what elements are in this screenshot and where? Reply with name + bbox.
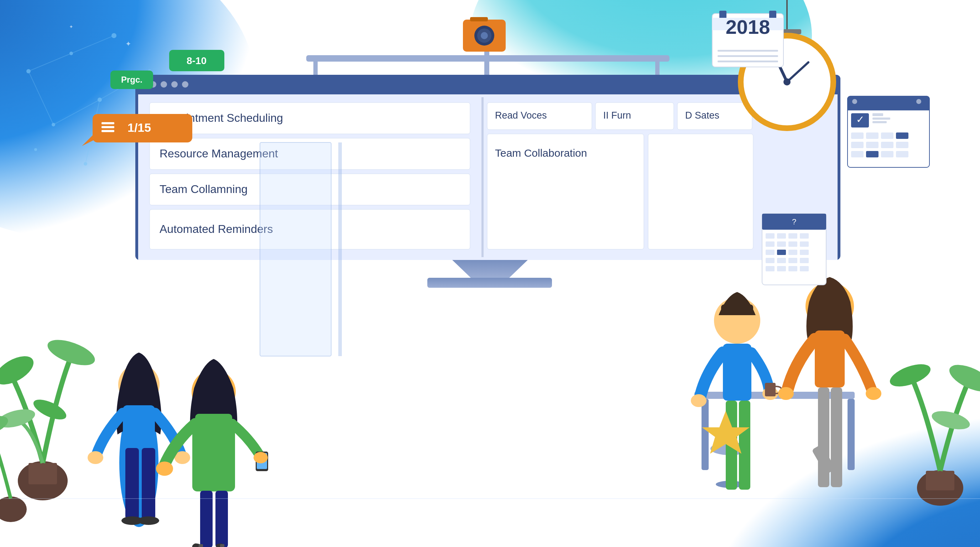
svg-rect-86	[866, 142, 878, 148]
svg-rect-88	[896, 142, 908, 148]
svg-rect-161	[777, 250, 786, 255]
svg-rect-46	[150, 103, 470, 134]
svg-point-144	[778, 387, 794, 400]
svg-rect-170	[788, 266, 797, 271]
svg-rect-51	[595, 103, 674, 130]
svg-rect-154	[788, 233, 797, 239]
svg-rect-174	[926, 471, 955, 490]
svg-rect-34	[470, 17, 488, 21]
svg-rect-127	[220, 544, 224, 547]
svg-point-142	[805, 282, 854, 331]
svg-rect-84	[896, 132, 908, 139]
resource-management-label: Resource Management	[159, 147, 278, 160]
svg-point-12	[177, 105, 180, 108]
svg-point-40	[171, 81, 178, 87]
svg-line-13	[29, 53, 71, 71]
svg-line-17	[100, 71, 150, 100]
svg-rect-93	[92, 114, 192, 142]
svg-point-173	[917, 470, 963, 506]
svg-rect-78	[872, 118, 890, 120]
svg-rect-37	[135, 86, 840, 95]
svg-rect-119	[195, 414, 232, 446]
svg-rect-147	[831, 388, 842, 487]
svg-rect-178	[260, 142, 331, 356]
svg-rect-149	[762, 214, 826, 285]
svg-rect-52	[677, 103, 752, 130]
svg-rect-125	[215, 491, 228, 547]
svg-text:✦: ✦	[194, 81, 198, 86]
svg-point-11	[133, 133, 137, 137]
svg-point-59	[741, 36, 833, 128]
svg-rect-80	[872, 113, 883, 116]
svg-rect-89	[851, 151, 864, 157]
svg-point-133	[716, 481, 744, 488]
svg-rect-167	[800, 258, 809, 263]
svg-point-116	[138, 516, 159, 525]
svg-rect-65	[769, 11, 776, 21]
svg-rect-101	[29, 463, 57, 484]
ii-furn-label: II Furn	[603, 110, 631, 121]
svg-rect-157	[777, 242, 786, 247]
svg-point-123	[253, 452, 268, 463]
svg-rect-69	[718, 60, 778, 62]
svg-rect-129	[702, 399, 709, 470]
svg-rect-150	[762, 214, 826, 230]
svg-rect-28	[306, 55, 670, 62]
svg-point-9	[34, 148, 37, 151]
svg-point-62	[783, 78, 791, 86]
team-collamning-label: Team Collamning	[159, 183, 248, 196]
svg-point-177	[930, 408, 972, 433]
svg-rect-160	[765, 250, 775, 255]
svg-rect-152	[765, 233, 775, 239]
svg-rect-70	[848, 96, 929, 167]
svg-point-38	[150, 81, 156, 87]
svg-rect-165	[777, 258, 786, 263]
progress-badge-text: Prgc.	[121, 75, 142, 84]
appointment-scheduling-label: Appointment Scheduling	[159, 111, 283, 124]
svg-rect-139	[726, 401, 737, 490]
svg-point-3	[26, 69, 30, 73]
svg-point-10	[84, 162, 87, 165]
svg-rect-156	[765, 242, 775, 247]
svg-rect-120	[256, 452, 268, 471]
svg-rect-25	[313, 57, 318, 89]
svg-rect-166	[788, 258, 797, 263]
svg-point-145	[866, 387, 881, 400]
svg-line-20	[135, 107, 178, 135]
svg-point-100	[18, 461, 68, 500]
svg-rect-153	[777, 233, 786, 239]
svg-rect-136	[723, 343, 751, 401]
svg-point-0	[0, 0, 256, 239]
svg-rect-128	[694, 392, 855, 399]
svg-rect-47	[150, 138, 470, 170]
svg-rect-27	[655, 57, 660, 89]
chat-badge-text: 8-10	[186, 55, 207, 66]
svg-rect-56	[427, 278, 552, 288]
svg-point-105	[30, 396, 69, 424]
svg-rect-82	[866, 132, 878, 139]
svg-rect-171	[800, 266, 809, 271]
svg-rect-66	[712, 18, 783, 30]
svg-point-176	[887, 360, 933, 391]
svg-point-107	[0, 412, 11, 439]
svg-point-103	[45, 335, 98, 371]
svg-rect-58	[773, 29, 801, 34]
svg-point-104	[0, 406, 37, 431]
svg-rect-97	[102, 130, 114, 132]
svg-text:✦: ✦	[125, 40, 131, 48]
automated-reminders-label: Automated Reminders	[159, 223, 273, 235]
svg-text:✦: ✦	[69, 24, 73, 30]
svg-rect-49	[150, 209, 470, 249]
svg-rect-146	[818, 388, 829, 487]
svg-rect-53	[487, 134, 644, 249]
svg-rect-141	[765, 383, 776, 396]
svg-rect-95	[102, 122, 114, 124]
svg-rect-85	[851, 142, 864, 148]
svg-rect-113	[125, 448, 139, 519]
scene-illustration: ✦ ✦ ✦ ✦	[0, 0, 980, 547]
svg-rect-158	[788, 242, 797, 247]
svg-point-8	[148, 70, 151, 73]
svg-text:?: ?	[792, 217, 796, 226]
svg-rect-117	[192, 420, 235, 491]
svg-marker-172	[702, 411, 749, 454]
